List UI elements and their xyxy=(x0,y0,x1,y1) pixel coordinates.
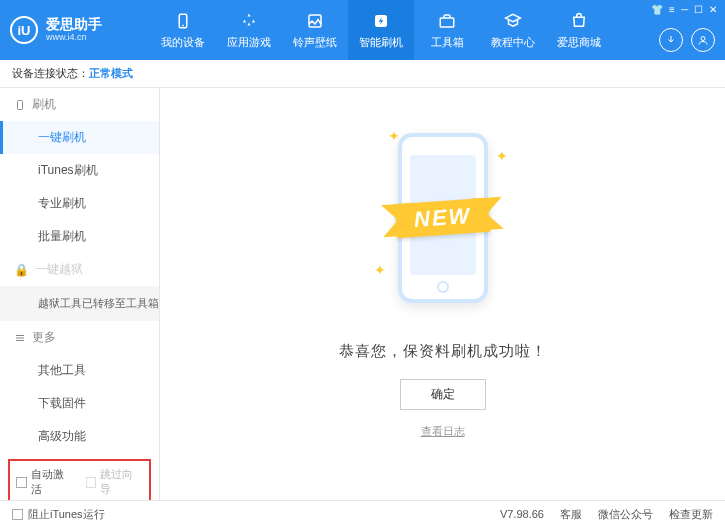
sidebar-item-advanced[interactable]: 高级功能 xyxy=(0,420,159,453)
status-label: 设备连接状态： xyxy=(12,66,89,81)
footer-wechat[interactable]: 微信公众号 xyxy=(598,507,653,522)
main-nav: 我的设备 应用游戏 铃声壁纸 智能刷机 工具箱 教程中心 爱思商城 xyxy=(150,0,612,60)
list-icon xyxy=(14,332,26,344)
skin-icon[interactable]: 👕 xyxy=(651,4,663,15)
app-title: 爱思助手 xyxy=(46,17,102,32)
nav-shop[interactable]: 爱思商城 xyxy=(546,0,612,60)
svg-rect-6 xyxy=(18,100,23,109)
sidebar-item-pro-flash[interactable]: 专业刷机 xyxy=(0,187,159,220)
success-illustration: ✦ ✦ ✦ NEW xyxy=(368,118,518,318)
minimize-icon[interactable]: ─ xyxy=(681,4,688,15)
app-header: iU 爱思助手 www.i4.cn 我的设备 应用游戏 铃声壁纸 智能刷机 工具… xyxy=(0,0,725,60)
sidebar-section-flash[interactable]: 刷机 xyxy=(0,88,159,121)
phone-icon xyxy=(14,99,26,111)
toolbox-icon xyxy=(437,11,457,31)
flash-icon xyxy=(371,11,391,31)
menu-icon[interactable]: ≡ xyxy=(669,4,675,15)
skip-guide-checkbox: 跳过向导 xyxy=(86,467,144,497)
sidebar-item-download-firmware[interactable]: 下载固件 xyxy=(0,387,159,420)
status-mode: 正常模式 xyxy=(89,66,133,81)
nav-apps[interactable]: 应用游戏 xyxy=(216,0,282,60)
wallpaper-icon xyxy=(305,11,325,31)
logo-icon: iU xyxy=(10,16,38,44)
auto-activate-checkbox[interactable]: 自动激活 xyxy=(16,467,74,497)
options-highlight-box: 自动激活 跳过向导 xyxy=(8,459,151,500)
sidebar-item-batch-flash[interactable]: 批量刷机 xyxy=(0,220,159,253)
maximize-icon[interactable]: ☐ xyxy=(694,4,703,15)
nav-smart-flash[interactable]: 智能刷机 xyxy=(348,0,414,60)
sidebar: 刷机 一键刷机 iTunes刷机 专业刷机 批量刷机 🔒 一键越狱 越狱工具已转… xyxy=(0,88,160,500)
sidebar-item-other-tools[interactable]: 其他工具 xyxy=(0,354,159,387)
app-url: www.i4.cn xyxy=(46,33,102,43)
footer-support[interactable]: 客服 xyxy=(560,507,582,522)
lock-icon: 🔒 xyxy=(14,263,29,277)
nav-toolbox[interactable]: 工具箱 xyxy=(414,0,480,60)
ok-button[interactable]: 确定 xyxy=(400,379,486,410)
svg-rect-4 xyxy=(440,18,454,27)
nav-my-device[interactable]: 我的设备 xyxy=(150,0,216,60)
sidebar-section-more[interactable]: 更多 xyxy=(0,321,159,354)
status-bar: 设备连接状态： 正常模式 xyxy=(0,60,725,88)
window-controls: 👕 ≡ ─ ☐ ✕ xyxy=(651,4,717,15)
view-log-link[interactable]: 查看日志 xyxy=(421,424,465,439)
svg-point-5 xyxy=(701,37,705,41)
logo-area: iU 爱思助手 www.i4.cn xyxy=(10,16,150,44)
version-label: V7.98.66 xyxy=(500,508,544,520)
user-button[interactable] xyxy=(691,28,715,52)
tutorial-icon xyxy=(503,11,523,31)
footer: 阻止iTunes运行 V7.98.66 客服 微信公众号 检查更新 xyxy=(0,500,725,527)
shop-icon xyxy=(569,11,589,31)
nav-ringtones[interactable]: 铃声壁纸 xyxy=(282,0,348,60)
nav-tutorials[interactable]: 教程中心 xyxy=(480,0,546,60)
main-content: ✦ ✦ ✦ NEW 恭喜您，保资料刷机成功啦！ 确定 查看日志 xyxy=(160,88,725,500)
footer-check-update[interactable]: 检查更新 xyxy=(669,507,713,522)
sidebar-item-oneclick-flash[interactable]: 一键刷机 xyxy=(0,121,159,154)
success-message: 恭喜您，保资料刷机成功啦！ xyxy=(339,342,547,361)
apps-icon xyxy=(239,11,259,31)
new-ribbon: NEW xyxy=(395,198,490,238)
block-itunes-checkbox[interactable]: 阻止iTunes运行 xyxy=(12,507,105,522)
close-icon[interactable]: ✕ xyxy=(709,4,717,15)
sidebar-section-jailbreak: 🔒 一键越狱 xyxy=(0,253,159,286)
download-button[interactable] xyxy=(659,28,683,52)
sidebar-jailbreak-note[interactable]: 越狱工具已转移至工具箱 xyxy=(0,286,159,321)
sidebar-item-itunes-flash[interactable]: iTunes刷机 xyxy=(0,154,159,187)
device-icon xyxy=(173,11,193,31)
